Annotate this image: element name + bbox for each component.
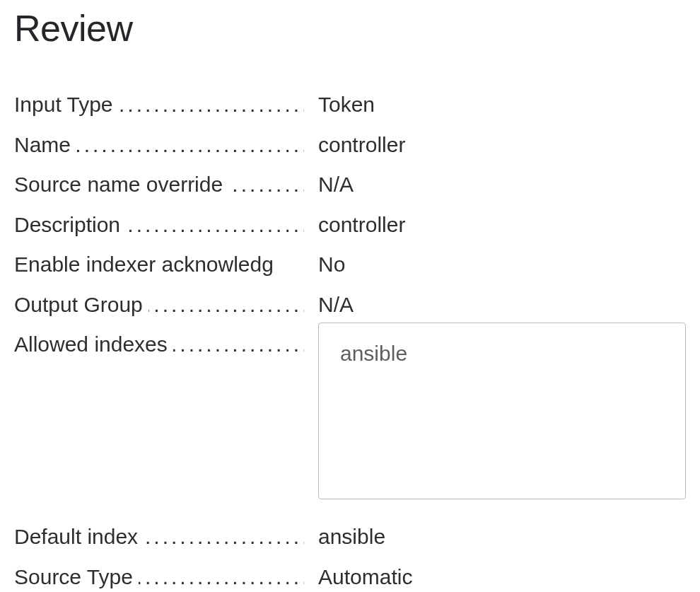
label-wrap: ........................................… — [14, 88, 304, 122]
review-label: Output Group — [14, 293, 148, 316]
review-value: controller — [318, 213, 405, 236]
review-row-description: ........................................… — [14, 209, 686, 242]
review-row-source-name-override: ........................................… — [14, 168, 686, 202]
review-label: Name — [14, 133, 76, 156]
label-wrap: ........................................… — [14, 209, 304, 242]
page-title: Review — [14, 7, 686, 50]
review-row-name: ........................................… — [14, 129, 686, 162]
review-label: Source Type — [14, 565, 139, 588]
review-value: controller — [318, 133, 405, 156]
review-row-source-type: ........................................… — [14, 561, 686, 593]
review-value: No — [318, 253, 345, 276]
review-value: ansible — [318, 525, 385, 548]
review-list: ........................................… — [14, 88, 686, 592]
review-label: Source name override — [14, 173, 228, 196]
label-wrap: ........................................… — [14, 168, 304, 202]
review-value: Token — [318, 93, 375, 116]
review-label: Allowed indexes — [14, 332, 173, 356]
review-value: Automatic — [318, 565, 412, 588]
label-wrap: Enable indexer acknowledg — [14, 248, 304, 282]
label-wrap: ........................................… — [14, 328, 304, 361]
review-label: Description — [14, 213, 126, 236]
label-wrap: ........................................… — [14, 289, 304, 322]
label-wrap: ........................................… — [14, 561, 304, 593]
review-row-allowed-indexes: ........................................… — [14, 328, 686, 513]
allowed-indexes-box: ansible — [318, 323, 686, 499]
label-wrap: ........................................… — [14, 521, 304, 554]
review-row-enable-indexer-acknowledgement: Enable indexer acknowledg No — [14, 248, 686, 282]
review-row-default-index: ........................................… — [14, 521, 686, 554]
label-wrap: ........................................… — [14, 129, 304, 162]
review-label: Input Type — [14, 93, 119, 116]
review-row-output-group: ........................................… — [14, 289, 686, 322]
review-value: N/A — [318, 173, 354, 196]
review-label: Enable indexer acknowledg — [14, 253, 274, 276]
review-value: N/A — [318, 293, 354, 316]
review-row-input-type: ........................................… — [14, 88, 686, 122]
allowed-index-item: ansible — [340, 342, 407, 365]
review-label: Default index — [14, 525, 144, 548]
